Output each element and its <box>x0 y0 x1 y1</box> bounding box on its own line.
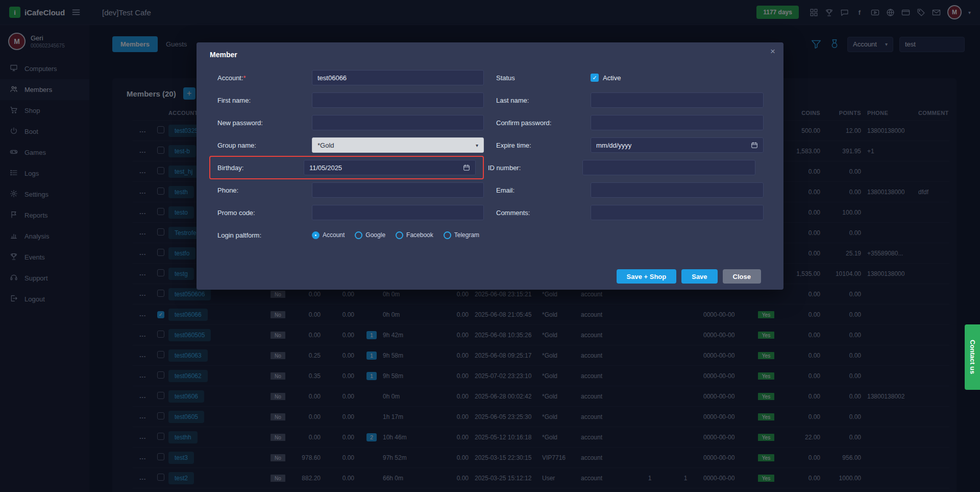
promo-code-field[interactable] <box>312 205 484 220</box>
group-name-select[interactable]: *Gold ▾ <box>312 137 484 153</box>
required-star: * <box>243 74 246 82</box>
new-password-label: New password: <box>217 119 312 127</box>
last-name-field[interactable] <box>591 92 764 108</box>
modal-footer: Save + Shop Save Close <box>617 269 761 284</box>
platform-radio-facebook[interactable]: Facebook <box>396 231 433 239</box>
close-button[interactable]: Close <box>723 269 761 284</box>
comments-field[interactable] <box>591 205 764 220</box>
id-number-label: ID number: <box>488 164 582 172</box>
chevron-down-icon: ▾ <box>476 143 478 148</box>
platform-radio-label: Google <box>365 231 385 239</box>
comments-label: Comments: <box>496 209 591 217</box>
contact-us-tab[interactable]: Contact us <box>965 324 980 390</box>
radio-icon <box>444 231 451 239</box>
member-modal: Member × Account:* Status ✓ Active First… <box>197 42 783 290</box>
status-value: Active <box>603 74 621 82</box>
birthday-field[interactable]: 11/05/2025 <box>304 160 476 175</box>
save-button[interactable]: Save <box>681 269 717 284</box>
status-label: Status <box>496 74 591 82</box>
promo-code-label: Promo code: <box>217 209 312 217</box>
platform-radio-label: Telegram <box>454 231 479 239</box>
close-icon[interactable]: × <box>770 46 775 57</box>
platform-radio-google[interactable]: Google <box>355 231 385 239</box>
modal-title: Member <box>197 51 783 61</box>
last-name-label: Last name: <box>496 97 591 104</box>
status-checkbox[interactable]: ✓ <box>591 74 599 82</box>
member-form: Account:* Status ✓ Active First name: La… <box>197 70 783 243</box>
radio-icon <box>396 231 403 239</box>
email-label: Email: <box>496 186 591 194</box>
id-number-field[interactable] <box>582 160 755 175</box>
confirm-password-label: Confirm password: <box>496 119 591 127</box>
birthday-value: 11/05/2025 <box>309 164 342 172</box>
group-name-value: *Gold <box>317 142 334 149</box>
platform-radio-label: Facebook <box>406 231 433 239</box>
expire-time-label: Expire time: <box>496 142 591 149</box>
new-password-field[interactable] <box>312 115 484 130</box>
radio-icon <box>355 231 362 239</box>
group-name-label: Group name: <box>217 142 312 149</box>
radio-icon <box>312 231 320 239</box>
platform-radio-group: AccountGoogleFacebookTelegram <box>312 231 479 239</box>
account-label: Account:* <box>217 74 312 82</box>
email-field[interactable] <box>591 182 764 198</box>
birthday-label: Birthday: <box>217 164 304 172</box>
phone-field[interactable] <box>312 182 484 198</box>
calendar-icon <box>463 164 470 171</box>
login-platform-label: Login paltform: <box>217 231 312 239</box>
platform-radio-label: Account <box>323 231 345 239</box>
first-name-label: First name: <box>217 97 312 104</box>
platform-radio-account[interactable]: Account <box>312 231 345 239</box>
calendar-icon <box>751 142 758 149</box>
phone-label: Phone: <box>217 186 312 194</box>
expire-time-value: mm/dd/yyyy <box>596 142 631 149</box>
confirm-password-field[interactable] <box>591 115 764 130</box>
account-field[interactable] <box>312 70 484 85</box>
save-shop-button[interactable]: Save + Shop <box>617 269 677 284</box>
platform-radio-telegram[interactable]: Telegram <box>444 231 479 239</box>
expire-time-field[interactable]: mm/dd/yyyy <box>591 137 764 153</box>
birthday-highlight: Birthday: 11/05/2025 <box>209 156 484 179</box>
first-name-field[interactable] <box>312 92 484 108</box>
